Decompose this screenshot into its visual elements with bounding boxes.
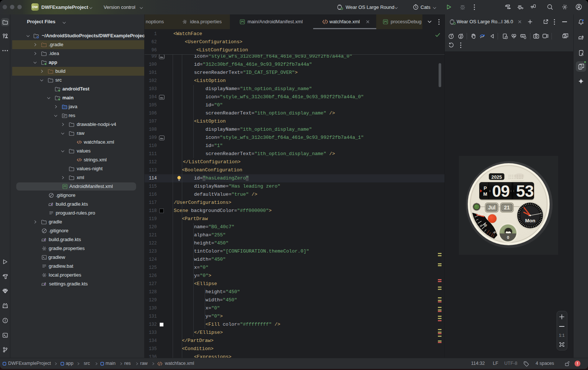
svg-text:Mon: Mon xyxy=(525,218,535,223)
svg-text:Jul: Jul xyxy=(488,205,495,210)
svg-text:P: P xyxy=(484,185,487,191)
svg-text:0: 0 xyxy=(507,235,509,240)
svg-text:M: M xyxy=(483,191,487,197)
svg-text:09: 09 xyxy=(492,182,510,200)
svg-text:21: 21 xyxy=(504,205,510,210)
svg-text:53: 53 xyxy=(516,182,534,200)
svg-text:2025: 2025 xyxy=(491,174,502,180)
